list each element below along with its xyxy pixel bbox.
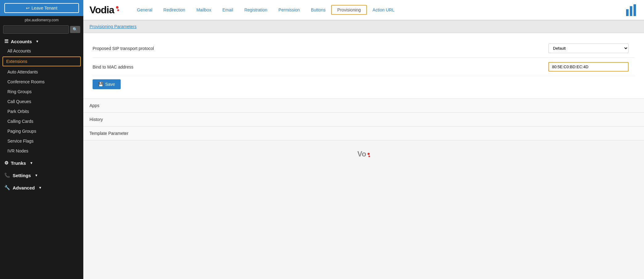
bottom-logo-dots: [368, 153, 370, 157]
sip-transport-label: Proposed SIP transport protocol: [93, 46, 548, 51]
provisioning-section: Provisioning Parameters Proposed SIP tra…: [83, 20, 644, 99]
advanced-icon: 🔧: [4, 185, 10, 190]
sip-transport-row: Proposed SIP transport protocol Default …: [93, 39, 635, 58]
tab-provisioning[interactable]: Provisioning: [331, 5, 367, 15]
template-parameter-section-header[interactable]: Template Parameter: [83, 127, 644, 140]
sidebar-item-auto-attendants[interactable]: Auto Attendants: [0, 67, 83, 77]
logo-dot-1: [116, 6, 118, 9]
leave-tenant-icon: ↩: [26, 6, 30, 10]
top-right-area: [625, 3, 638, 17]
sidebar-section-accounts[interactable]: ☰ Accounts ▼: [0, 35, 83, 46]
sidebar-item-ring-groups[interactable]: Ring Groups: [0, 87, 83, 97]
tab-registration[interactable]: Registration: [239, 6, 273, 14]
bottom-logo: Vo: [357, 150, 370, 158]
leave-tenant-button[interactable]: ↩ Leave Tenant: [4, 3, 79, 13]
form-area: Proposed SIP transport protocol Default …: [83, 33, 644, 98]
svg-rect-1: [630, 6, 632, 16]
provisioning-section-header: Provisioning Parameters: [83, 20, 644, 33]
search-input[interactable]: [3, 25, 69, 34]
mac-address-row: Bind to MAC address: [93, 58, 635, 76]
vodia-logo: Vodia: [89, 4, 119, 16]
tab-permission[interactable]: Permission: [273, 6, 305, 14]
bottom-logo-area: Vo: [83, 140, 644, 161]
content-area: Provisioning Parameters Proposed SIP tra…: [83, 20, 644, 279]
sip-transport-select[interactable]: Default UDP TCP TLS: [548, 44, 629, 53]
trunks-caret-icon: ▼: [30, 161, 33, 165]
accounts-section-label: Accounts: [11, 39, 32, 44]
tabs-container: General Redirection Mailbox Email Regist…: [131, 5, 625, 15]
settings-icon: 📞: [4, 173, 10, 178]
tab-mailbox[interactable]: Mailbox: [191, 6, 217, 14]
settings-caret-icon: ▼: [35, 173, 38, 177]
sip-transport-control: Default UDP TCP TLS: [548, 44, 629, 53]
sidebar-item-extensions[interactable]: Extensions: [2, 56, 81, 66]
svg-rect-0: [626, 9, 629, 16]
save-button[interactable]: 💾 Save: [93, 79, 121, 89]
logo-dot-2: [117, 9, 119, 11]
sidebar-item-calling-cards[interactable]: Calling Cards: [0, 116, 83, 126]
advanced-caret-icon: ▼: [39, 186, 42, 189]
sidebar-item-call-queues[interactable]: Call Queues: [0, 97, 83, 106]
bottom-dot-1: [368, 153, 370, 155]
tab-action-url[interactable]: Action URL: [367, 6, 400, 14]
leave-tenant-label: Leave Tenant: [31, 6, 57, 10]
accounts-caret-icon: ▼: [35, 40, 39, 43]
sidebar-item-paging-groups[interactable]: Paging Groups: [0, 126, 83, 136]
logo-text: Vodia: [89, 4, 114, 16]
search-bar: 🔍: [0, 23, 83, 35]
hamburger-icon: ☰: [4, 39, 8, 44]
tab-general[interactable]: General: [131, 6, 158, 14]
tab-email[interactable]: Email: [217, 6, 239, 14]
sidebar-item-ivr-nodes[interactable]: IVR Nodes: [0, 146, 83, 156]
logo-dots: [116, 6, 119, 11]
hostname-label: pbx.audiomercy.com: [0, 16, 83, 23]
apps-section-header[interactable]: Apps: [83, 99, 644, 113]
svg-rect-2: [634, 4, 636, 16]
bar-chart-icon: [625, 3, 638, 17]
bottom-logo-text: Vo: [357, 150, 366, 158]
sidebar-section-trunks[interactable]: ⚙ Trunks ▼: [0, 157, 83, 168]
tab-redirection[interactable]: Redirection: [158, 6, 191, 14]
settings-label: Settings: [13, 173, 31, 178]
save-icon: 💾: [98, 82, 103, 87]
sidebar-section-settings[interactable]: 📞 Settings ▼: [0, 169, 83, 181]
mac-address-control: [548, 62, 629, 72]
main-content: Vodia General Redirection Mailbox Email …: [83, 0, 644, 279]
topbar: Vodia General Redirection Mailbox Email …: [83, 0, 644, 20]
sidebar-item-conference-rooms[interactable]: Conference Rooms: [0, 77, 83, 87]
mac-address-input[interactable]: [548, 62, 629, 72]
trunks-icon: ⚙: [4, 160, 8, 166]
sidebar: ↩ Leave Tenant pbx.audiomercy.com 🔍 ☰ Ac…: [0, 0, 83, 279]
bottom-dot-2: [368, 156, 370, 157]
sidebar-item-all-accounts[interactable]: All Accounts: [0, 46, 83, 56]
sidebar-item-service-flags[interactable]: Service Flags: [0, 136, 83, 146]
sidebar-section-advanced[interactable]: 🔧 Advanced ▼: [0, 182, 83, 193]
history-section-header[interactable]: History: [83, 113, 644, 127]
save-label: Save: [105, 82, 115, 87]
tab-buttons[interactable]: Buttons: [305, 6, 331, 14]
advanced-label: Advanced: [13, 185, 35, 190]
mac-address-label: Bind to MAC address: [93, 65, 548, 69]
sidebar-item-park-orbits[interactable]: Park Orbits: [0, 106, 83, 116]
trunks-label: Trunks: [11, 160, 26, 166]
search-button[interactable]: 🔍: [70, 26, 80, 33]
sidebar-top: ↩ Leave Tenant: [0, 0, 83, 16]
provisioning-parameters-link[interactable]: Provisioning Parameters: [89, 24, 137, 29]
